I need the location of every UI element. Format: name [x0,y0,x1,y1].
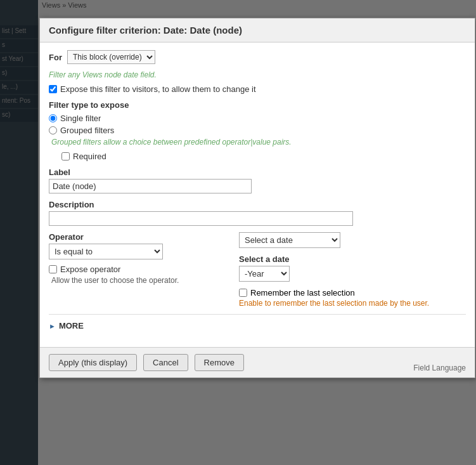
expose-label[interactable]: Expose this filter to visitors, to allow… [60,84,256,94]
operator-select[interactable]: Is equal to [49,244,163,259]
single-filter-radio[interactable] [49,114,57,122]
expose-operator-hint: Allow the user to choose the operator. [51,276,226,285]
modal-dialog: Configure filter criterion: Date: Date (… [39,18,475,378]
description-field-label: Description [49,200,466,209]
expose-operator-row: Expose operator [49,265,226,274]
more-section[interactable]: ► MORE [49,321,466,331]
grouped-filter-radio[interactable] [49,126,57,134]
single-filter-label[interactable]: Single filter [60,114,101,123]
more-triangle-icon: ► [49,322,56,330]
filter-description: Filter any Views node date field. [49,70,466,79]
description-field-group: Description [49,200,466,226]
date-select-top[interactable]: Select a date [239,232,340,248]
more-label: MORE [59,321,84,331]
apply-button[interactable]: Apply (this display) [49,354,137,371]
field-language: Field Language [413,363,466,372]
expose-operator-checkbox[interactable] [49,265,57,273]
operator-label: Operator [49,232,226,242]
operator-date-section: Operator Is equal to Expose operator All… [49,232,466,308]
modal-title: Configure filter criterion: Date: Date (… [49,25,466,36]
modal-footer: Apply (this display) Cancel Remove Field… [40,347,475,377]
filter-type-title: Filter type to expose [49,100,466,110]
grouped-hint: Grouped filters allow a choice between p… [51,138,466,147]
date-year-label: Select a date [239,254,466,264]
remember-label[interactable]: Remember the last selection [250,288,355,298]
label-field-label: Label [49,167,466,177]
label-field-group: Label [49,167,466,193]
required-label[interactable]: Required [73,152,106,161]
expose-operator-label[interactable]: Expose operator [60,265,120,274]
modal-body: For This block (override) Filter any Vie… [40,43,475,347]
modal-header: Configure filter criterion: Date: Date (… [40,18,475,43]
for-row: For This block (override) [49,50,466,64]
required-checkbox[interactable] [61,152,70,160]
remember-checkbox[interactable] [239,289,247,297]
remember-row: Remember the last selection Enable to re… [239,288,466,308]
date-year-select[interactable]: -Year [239,266,290,282]
date-select-top-row: Select a date [239,232,466,248]
description-input[interactable] [49,211,353,226]
expose-row: Expose this filter to visitors, to allow… [49,84,466,94]
filter-type-section: Filter type to expose Single filter Grou… [49,100,466,147]
date-column: Select a date Select a date -Year Rememb… [239,232,466,308]
single-filter-row: Single filter [49,114,466,123]
remove-button[interactable]: Remove [195,354,244,371]
expose-checkbox[interactable] [49,85,57,93]
required-row: Required [61,152,466,161]
divider [49,314,466,315]
operator-column: Operator Is equal to Expose operator All… [49,232,226,308]
remember-hint: Enable to remember the last selection ma… [239,299,429,308]
label-input[interactable] [49,179,252,193]
grouped-filter-label[interactable]: Grouped filters [60,126,114,135]
cancel-button[interactable]: Cancel [143,354,188,371]
for-select[interactable]: This block (override) [67,50,155,64]
grouped-filter-row: Grouped filters [49,126,466,135]
for-label: For [49,53,62,62]
